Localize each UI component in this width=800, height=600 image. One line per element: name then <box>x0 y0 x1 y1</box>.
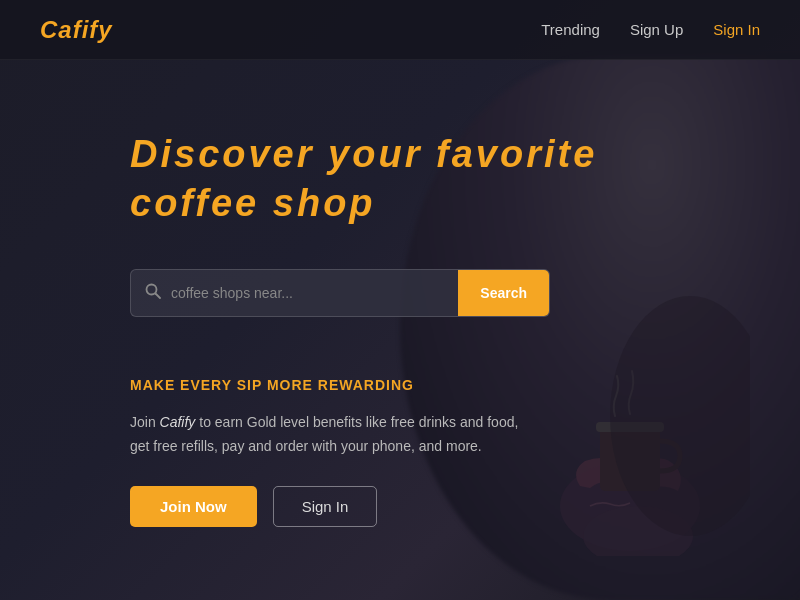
svg-line-6 <box>156 293 161 298</box>
cta-description: Join Cafify to earn Gold level benefits … <box>130 411 530 459</box>
cta-buttons: Join Now Sign In <box>130 486 530 527</box>
search-icon <box>145 283 161 303</box>
logo: Cafify <box>40 16 113 44</box>
search-bar: Search <box>130 269 550 317</box>
nav-links: Trending Sign Up Sign In <box>541 21 760 38</box>
nav-link-trending[interactable]: Trending <box>541 21 600 38</box>
search-input[interactable] <box>171 270 458 316</box>
hero-title: Discover your favorite coffee shop <box>130 130 610 229</box>
cta-section: MAKE EVERY SIP MORE REWARDING Join Cafif… <box>130 377 530 528</box>
search-button[interactable]: Search <box>458 270 549 316</box>
main-content: Discover your favorite coffee shop Searc… <box>0 60 800 527</box>
join-now-button[interactable]: Join Now <box>130 486 257 527</box>
cta-brand-name: Cafify <box>160 414 196 430</box>
signin-button[interactable]: Sign In <box>273 486 378 527</box>
nav-link-signup[interactable]: Sign Up <box>630 21 683 38</box>
navbar: Cafify Trending Sign Up Sign In <box>0 0 800 60</box>
cta-headline: MAKE EVERY SIP MORE REWARDING <box>130 377 530 393</box>
nav-link-signin[interactable]: Sign In <box>713 21 760 38</box>
